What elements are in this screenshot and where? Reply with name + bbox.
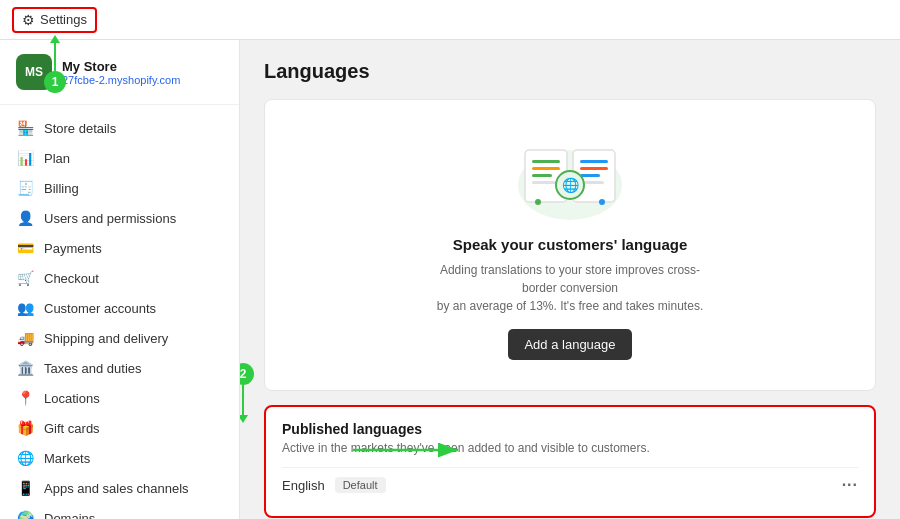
page-title: Languages — [264, 60, 876, 83]
main-layout: MS My Store 27fcbe-2.myshopify.com 🏪Stor… — [0, 40, 900, 519]
nav-label-users: Users and permissions — [44, 211, 176, 226]
nav-list: 🏪Store details📊Plan🧾Billing👤Users and pe… — [0, 105, 239, 519]
svg-rect-7 — [580, 160, 608, 163]
promo-desc: Adding translations to your store improv… — [430, 261, 710, 315]
svg-rect-4 — [532, 174, 552, 177]
published-title: Published languages — [282, 421, 858, 437]
annotation-2-arrow: 2 — [240, 363, 254, 417]
sidebar-item-customer-accounts[interactable]: 👥Customer accounts — [0, 293, 239, 323]
published-languages-section: Published languages Active in the market… — [264, 405, 876, 518]
add-language-button[interactable]: Add a language — [508, 329, 631, 360]
sidebar-item-apps-sales[interactable]: 📱Apps and sales channels — [0, 473, 239, 503]
content-area: Languages — [240, 40, 900, 519]
nav-label-billing: Billing — [44, 181, 79, 196]
sidebar-item-gift-cards[interactable]: 🎁Gift cards — [0, 413, 239, 443]
svg-point-14 — [599, 199, 605, 205]
nav-icon-checkout: 🛒 — [16, 270, 34, 286]
nav-label-payments: Payments — [44, 241, 102, 256]
store-name: My Store — [62, 59, 180, 74]
store-url: 27fcbe-2.myshopify.com — [62, 74, 180, 86]
nav-icon-taxes: 🏛️ — [16, 360, 34, 376]
nav-icon-gift-cards: 🎁 — [16, 420, 34, 436]
promo-illustration: 🌐 — [510, 130, 630, 220]
svg-rect-3 — [532, 167, 560, 170]
language-row: English Default ··· — [282, 467, 858, 502]
sidebar-item-markets[interactable]: 🌐Markets — [0, 443, 239, 473]
sidebar-item-users[interactable]: 👤Users and permissions — [0, 203, 239, 233]
nav-icon-users: 👤 — [16, 210, 34, 226]
default-badge: Default — [335, 477, 386, 493]
nav-label-store-details: Store details — [44, 121, 116, 136]
nav-label-markets: Markets — [44, 451, 90, 466]
svg-rect-5 — [532, 181, 556, 184]
settings-label: Settings — [40, 12, 87, 27]
annotation-sidebar-arrow — [284, 420, 286, 422]
svg-rect-9 — [580, 174, 600, 177]
nav-icon-store-details: 🏪 — [16, 120, 34, 136]
store-avatar: MS — [16, 54, 52, 90]
top-bar: ⚙ Settings — [0, 0, 900, 40]
sidebar-item-checkout[interactable]: 🛒Checkout — [0, 263, 239, 293]
published-desc: Active in the markets they've been added… — [282, 441, 858, 455]
annotation-badge-2: 2 — [240, 363, 254, 385]
nav-label-shipping: Shipping and delivery — [44, 331, 168, 346]
sidebar-item-billing[interactable]: 🧾Billing — [0, 173, 239, 203]
svg-rect-8 — [580, 167, 608, 170]
sidebar: MS My Store 27fcbe-2.myshopify.com 🏪Stor… — [0, 40, 240, 519]
nav-label-checkout: Checkout — [44, 271, 99, 286]
nav-label-taxes: Taxes and duties — [44, 361, 142, 376]
nav-icon-plan: 📊 — [16, 150, 34, 166]
nav-label-customer-accounts: Customer accounts — [44, 301, 156, 316]
sidebar-item-store-details[interactable]: 🏪Store details — [0, 113, 239, 143]
nav-label-gift-cards: Gift cards — [44, 421, 100, 436]
nav-icon-customer-accounts: 👥 — [16, 300, 34, 316]
nav-icon-markets: 🌐 — [16, 450, 34, 466]
nav-icon-shipping: 🚚 — [16, 330, 34, 346]
nav-label-domains: Domains — [44, 511, 95, 520]
nav-icon-billing: 🧾 — [16, 180, 34, 196]
settings-button[interactable]: ⚙ Settings — [12, 7, 97, 33]
language-name: English — [282, 478, 325, 493]
nav-label-locations: Locations — [44, 391, 100, 406]
sidebar-item-domains[interactable]: 🌍Domains — [0, 503, 239, 519]
nav-label-plan: Plan — [44, 151, 70, 166]
nav-icon-apps-sales: 📱 — [16, 480, 34, 496]
sidebar-item-shipping[interactable]: 🚚Shipping and delivery — [0, 323, 239, 353]
gear-icon: ⚙ — [22, 12, 35, 28]
svg-text:🌐: 🌐 — [562, 177, 580, 194]
store-header: MS My Store 27fcbe-2.myshopify.com — [0, 40, 239, 105]
language-promo-card: 🌐 Speak your customers' language Adding … — [264, 99, 876, 391]
nav-label-apps-sales: Apps and sales channels — [44, 481, 189, 496]
svg-rect-2 — [532, 160, 560, 163]
nav-icon-payments: 💳 — [16, 240, 34, 256]
sidebar-item-locations[interactable]: 📍Locations — [0, 383, 239, 413]
sidebar-item-plan[interactable]: 📊Plan — [0, 143, 239, 173]
language-actions-button[interactable]: ··· — [842, 476, 858, 494]
nav-icon-domains: 🌍 — [16, 510, 34, 519]
sidebar-item-taxes[interactable]: 🏛️Taxes and duties — [0, 353, 239, 383]
nav-icon-locations: 📍 — [16, 390, 34, 406]
sidebar-item-payments[interactable]: 💳Payments — [0, 233, 239, 263]
promo-title: Speak your customers' language — [453, 236, 687, 253]
svg-point-13 — [535, 199, 541, 205]
